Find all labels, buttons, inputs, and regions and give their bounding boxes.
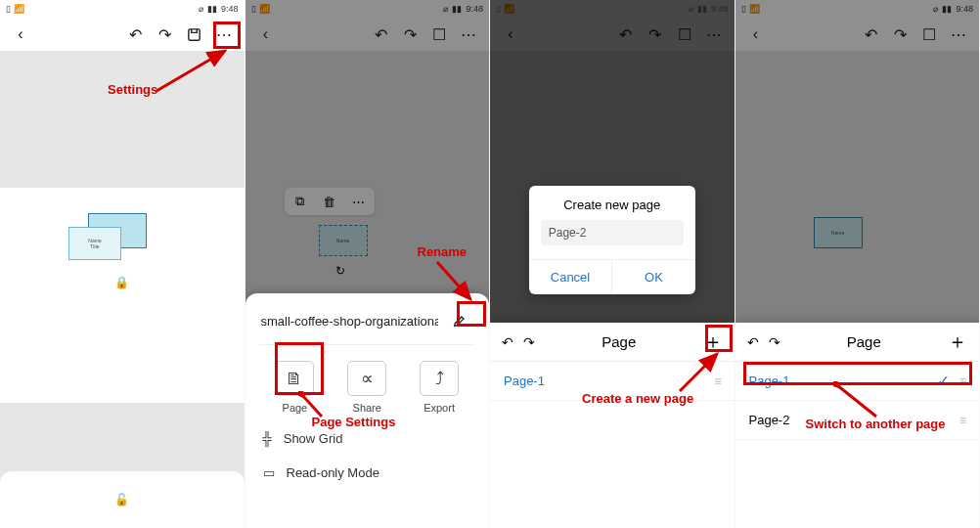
selected-card[interactable]: Name xyxy=(319,225,368,256)
save-icon[interactable]: ☐ xyxy=(672,22,697,47)
ok-button[interactable]: OK xyxy=(612,260,695,294)
undo-button[interactable]: ↶ xyxy=(858,22,883,47)
undo-icon[interactable]: ↶ xyxy=(502,334,513,350)
undo-button[interactable]: ↶ xyxy=(368,22,393,47)
drag-handle-icon[interactable]: ≡ xyxy=(959,414,965,427)
page-settings-button[interactable]: 🗎 Page xyxy=(275,361,314,414)
undo-button[interactable]: ↶ xyxy=(613,22,639,47)
add-page-button[interactable]: ＋ xyxy=(703,329,723,355)
check-icon: ✓ xyxy=(937,372,950,390)
panel-3: ▯📶 ⌀▮▮9:48 ‹ ↶ ↷ ☐ ⋯ ↶ ↷ Page ＋ Page-1 ≡… xyxy=(490,0,735,528)
export-icon: ⤴ xyxy=(420,361,459,396)
page-icon: 🗎 xyxy=(275,361,314,396)
page-row-2[interactable]: Page-2 ≡ xyxy=(735,401,980,440)
undo-icon[interactable]: ↶ xyxy=(747,334,759,350)
top-toolbar: ‹ ↶ ↷ ⋯ xyxy=(0,18,245,51)
dialog-title: Create new page xyxy=(529,186,695,220)
top-toolbar: ‹ ↶ ↷ ☐ ⋯ xyxy=(735,18,980,51)
redo-button[interactable]: ↷ xyxy=(887,22,913,47)
status-time: 9:48 xyxy=(221,4,239,14)
battery-icon: ▮▮ xyxy=(207,4,217,14)
page-sheet: ↶ ↷ Page ＋ Page-1 ≡ xyxy=(490,323,735,528)
page-row-1[interactable]: Page-1 ✓ ≡ xyxy=(735,362,980,401)
grid-icon: ╬ xyxy=(263,431,272,446)
settings-sheet: small-coffee-shop-organizational-chart 🗎… xyxy=(245,293,490,528)
drag-handle-icon[interactable]: ≡ xyxy=(714,374,720,388)
svg-rect-0 xyxy=(189,28,200,39)
delete-icon[interactable]: 🗑 xyxy=(316,190,343,213)
save-icon[interactable] xyxy=(182,22,207,47)
redo-button[interactable]: ↷ xyxy=(153,22,178,47)
more-icon[interactable]: ⋯ xyxy=(345,190,373,213)
status-bar: ▯📶 ⌀▮▮9:48 xyxy=(735,0,980,18)
page-sheet: ↶ ↷ Page ＋ Page-1 ✓ ≡ Page-2 ≡ xyxy=(735,323,980,528)
redo-icon[interactable]: ↷ xyxy=(769,334,780,350)
wifi-icon: 📶 xyxy=(14,4,24,14)
page-name-input[interactable]: Page-2 xyxy=(541,220,684,245)
diagram-card[interactable]: Name xyxy=(814,217,863,248)
back-button[interactable]: ‹ xyxy=(743,22,769,47)
readonly-toggle[interactable]: ▭ Read-only Mode xyxy=(259,456,476,490)
more-button[interactable]: ⋯ xyxy=(946,22,971,47)
panel-1: ▯ 📶 ⌀ ▮▮ 9:48 ‹ ↶ ↷ ⋯ NameTitle 🔒 🔓 Set xyxy=(0,0,245,528)
top-toolbar: ‹ ↶ ↷ ☐ ⋯ xyxy=(245,18,490,51)
lock-icon: 🔒 xyxy=(114,276,129,289)
back-button[interactable]: ‹ xyxy=(498,22,523,47)
page-sheet-title: Page xyxy=(780,333,949,350)
redo-icon[interactable]: ↷ xyxy=(523,334,535,350)
drag-handle-icon[interactable]: ≡ xyxy=(959,374,965,388)
export-button[interactable]: ⤴ Export xyxy=(420,361,459,414)
filename-label: small-coffee-shop-organizational-chart xyxy=(261,314,439,329)
more-button[interactable]: ⋯ xyxy=(211,22,237,47)
undo-button[interactable]: ↶ xyxy=(123,22,149,47)
selection-toolbar: ⧉ 🗑 ⋯ xyxy=(285,188,375,215)
show-grid-toggle[interactable]: ╬ Show Grid xyxy=(259,421,476,456)
share-icon: ∝ xyxy=(347,361,386,396)
more-button[interactable]: ⋯ xyxy=(701,22,727,47)
lock-icon[interactable]: 🔓 xyxy=(114,493,129,506)
back-button[interactable]: ‹ xyxy=(253,22,279,47)
readonly-icon: ▭ xyxy=(263,465,275,480)
rename-button[interactable] xyxy=(446,309,473,332)
create-page-dialog: Create new page Page-2 Cancel OK xyxy=(529,186,695,294)
redo-button[interactable]: ↷ xyxy=(643,22,668,47)
panel-2: ▯📶 ⌀▮▮9:48 ‹ ↶ ↷ ☐ ⋯ ⧉ 🗑 ⋯ Name ↻ small-… xyxy=(245,0,491,528)
rotate-handle-icon[interactable]: ↻ xyxy=(335,264,345,278)
more-button[interactable]: ⋯ xyxy=(456,22,481,47)
save-icon[interactable]: ☐ xyxy=(426,22,452,47)
status-bar: ▯ 📶 ⌀ ▮▮ 9:48 xyxy=(0,0,245,18)
save-icon[interactable]: ☐ xyxy=(916,22,942,47)
cancel-button[interactable]: Cancel xyxy=(529,260,613,294)
page-row[interactable]: Page-1 ≡ xyxy=(490,362,735,401)
canvas[interactable]: NameTitle 🔒 🔓 xyxy=(0,51,245,528)
redo-button[interactable]: ↷ xyxy=(397,22,423,47)
share-button[interactable]: ∝ Share xyxy=(347,361,386,414)
status-bar: ▯📶 ⌀▮▮9:48 xyxy=(490,0,735,18)
status-bar: ▯📶 ⌀▮▮9:48 xyxy=(245,0,490,18)
copy-icon[interactable]: ⧉ xyxy=(287,190,314,213)
alarm-off-icon: ⌀ xyxy=(199,4,203,14)
back-button[interactable]: ‹ xyxy=(8,22,33,47)
top-toolbar: ‹ ↶ ↷ ☐ ⋯ xyxy=(490,18,735,51)
panel-4: ▯📶 ⌀▮▮9:48 ‹ ↶ ↷ ☐ ⋯ Name ↶ ↷ Page ＋ Pag… xyxy=(735,0,981,528)
sim-icon: ▯ xyxy=(6,4,11,14)
page-sheet-title: Page xyxy=(535,333,703,350)
diagram-card[interactable]: NameTitle xyxy=(68,227,121,260)
add-page-button[interactable]: ＋ xyxy=(948,329,967,355)
